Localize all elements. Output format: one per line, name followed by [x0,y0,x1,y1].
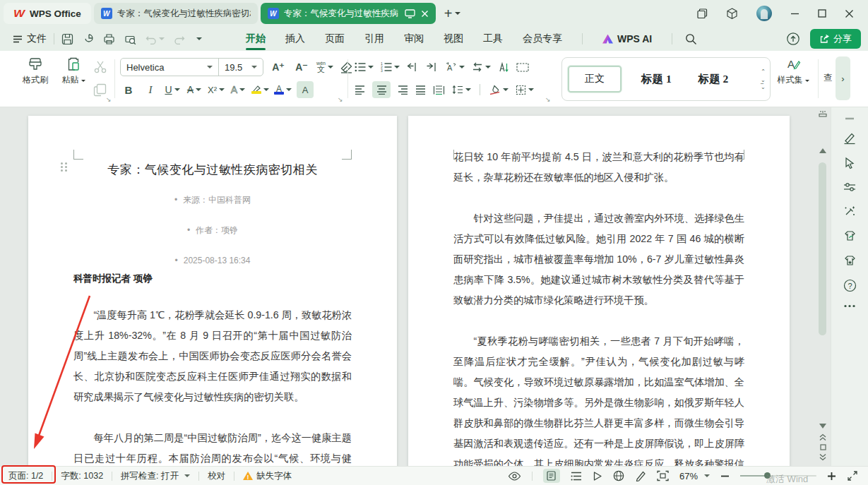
paragraph[interactable]: 每年八月的第二周是“中国过敏防治周”，迄今这一健康主题日已走过十年历程。本届防治… [73,428,352,466]
paragraph[interactable]: “夏秋季花粉与哮喘密切相关，一些患者 7 月下旬开始哮喘，至降温后症状才完全缓解… [453,331,744,466]
tab-grid-icon[interactable] [516,63,529,72]
monitor-icon[interactable] [405,9,415,18]
align-center-button[interactable] [372,81,391,98]
ink-pen-icon[interactable] [635,470,646,481]
edit-pen-icon[interactable] [843,132,856,145]
user-avatar[interactable] [756,6,772,21]
select-cursor-icon[interactable] [843,157,856,169]
character-shading-button[interactable]: A [297,81,314,98]
tab-home[interactable]: 开始 [239,30,273,48]
next-page-icon[interactable] [819,453,827,461]
meta-datetime[interactable]: 2025-08-13 16:34 [73,251,352,270]
scrollbar-thumb[interactable] [819,162,826,335]
page-indicator[interactable]: 页面: 1/2 [0,470,52,482]
document-page-1[interactable]: 专家：气候变化与过敏性疾病密切相关 来源：中国科普网 作者：项铮 2025-08… [28,116,397,466]
tab-page[interactable]: 页面 [318,30,352,48]
redo-icon[interactable] [174,34,185,44]
bullet-list-button[interactable] [355,59,374,76]
tab-review[interactable]: 审阅 [397,30,431,48]
font-size-select[interactable]: 19.5 [219,59,263,76]
scroll-down-arrow-icon[interactable] [819,424,826,429]
meta-author[interactable]: 作者：项铮 [73,220,352,240]
document-tab-1[interactable]: W 专家：气候变化与过敏性疾病密切相关 [94,3,258,24]
text-effects-button[interactable]: A [230,81,246,98]
export-pdf-icon[interactable] [83,33,94,45]
file-menu[interactable]: 文件 [13,32,47,45]
close-tab-icon[interactable] [421,10,429,18]
style-normal[interactable]: 正文 [568,66,622,92]
strikethrough-button[interactable]: A [186,81,203,98]
shading-fill-button[interactable] [489,81,509,98]
increase-indent-icon[interactable] [426,62,438,72]
zoom-level[interactable]: 67% [679,471,698,481]
tab-list-chevron-icon[interactable] [455,12,460,18]
maximize-icon[interactable] [818,9,826,18]
properties-sliders-icon[interactable] [843,181,856,193]
quick-access-chevron-icon[interactable] [196,37,202,43]
preview-eye-icon[interactable] [508,472,521,481]
zoom-out-minus-icon[interactable] [720,472,730,481]
print-preview-icon[interactable] [124,33,136,45]
cut-icon[interactable] [93,60,107,74]
style-set-button[interactable]: A 样式集 [775,56,811,86]
components-cube-icon[interactable] [726,8,738,20]
ruler-toggle-icon[interactable] [819,110,827,117]
paste-button[interactable]: 粘贴 [55,56,92,86]
document-canvas[interactable]: 专家：气候变化与过敏性疾病密切相关 来源：中国科普网 作者：项铮 2025-08… [0,107,868,466]
paragraph[interactable]: 花日较 10 年前平均提前 4.5 日，波兰和意大利的花粉季节也均有延长，杂草花… [453,147,744,188]
tab-member[interactable]: 会员专享 [516,30,569,48]
page-nav-box-icon[interactable] [820,444,826,450]
paragraph-group-expand-icon[interactable]: ↘ [545,96,551,103]
sort-button-icon[interactable] [498,62,509,73]
paragraph[interactable]: 针对这些问题，尹佳提出，通过改善室内外环境、选择绿色生活方式可以有效降低过敏风险… [453,208,744,311]
paste-chevron-icon[interactable] [81,80,85,84]
style-heading2[interactable]: 标题 2 [689,65,739,94]
paragraph[interactable]: “温度每升高 1℃，花粉季就会延长 0.9-1.6 周，致敏花粉浓度上升 18%… [73,305,352,407]
meta-source[interactable]: 来源：中国科普网 [73,190,352,210]
italic-button[interactable]: I [142,81,159,98]
tab-wps-ai[interactable]: WPS AI [595,30,659,47]
spellcheck-toggle[interactable]: 拼写检查: 打开 [112,470,198,482]
tab-tools[interactable]: 工具 [476,30,510,48]
document-byline[interactable]: 科普时报记者 项铮 [73,271,352,287]
fit-page-icon[interactable] [657,470,669,481]
find-replace-button-clipped[interactable]: 查 [822,72,833,84]
decrease-font-button[interactable]: A⁻ [293,59,310,76]
new-tab-button[interactable]: + [444,6,453,20]
document-tab-2[interactable]: W 专家：气候变化与过敏性疾病 [261,3,436,24]
document-title[interactable]: 专家：气候变化与过敏性疾病密切相关 [73,160,352,180]
pinyin-guide-button[interactable]: wén文 [316,59,333,76]
text-direction-button[interactable]: A [445,59,465,76]
format-painter-button[interactable]: 格式刷 [17,56,54,86]
vertical-scrollbar[interactable] [816,107,830,466]
zoom-in-plus-icon[interactable] [827,472,836,481]
highlight-color-button[interactable] [251,81,269,98]
tab-reference[interactable]: 引用 [357,30,391,48]
previous-page-icon[interactable] [819,433,827,441]
borders-button[interactable] [516,81,534,98]
clipboard-group-expand-icon[interactable]: ↘ [106,96,112,103]
numbered-list-button[interactable]: 123 [381,59,400,76]
cloud-upload-icon[interactable] [786,32,800,46]
doc-beautify-icon[interactable] [843,229,857,242]
search-icon[interactable] [685,33,697,45]
read-mode-play-icon[interactable] [593,471,602,481]
distribute-icon[interactable] [433,85,445,95]
decrease-indent-icon[interactable] [407,62,419,72]
zoom-slider-knob[interactable] [764,472,771,479]
clear-format-eraser-icon[interactable] [340,61,353,74]
proofread-button[interactable]: 校对 [199,470,234,482]
line-spacing-button[interactable] [452,81,471,98]
share-button[interactable]: 分享 [810,29,861,49]
zoom-chevron-icon[interactable] [704,474,710,480]
font-group-expand-icon[interactable]: ↘ [338,96,343,103]
home-tab[interactable]: W WPS Office [4,3,91,24]
block-drag-handle-icon[interactable] [61,162,69,172]
save-icon[interactable] [61,33,73,45]
align-left-icon[interactable] [355,85,365,95]
undo-chevron-icon[interactable] [159,37,165,43]
styles-gallery-expand-icon[interactable]: ⌃̲ [761,83,766,89]
web-layout-globe-icon[interactable] [613,470,624,481]
close-window-icon[interactable] [845,9,854,18]
styles-scroll-up-icon[interactable]: ⌃ [761,69,766,75]
